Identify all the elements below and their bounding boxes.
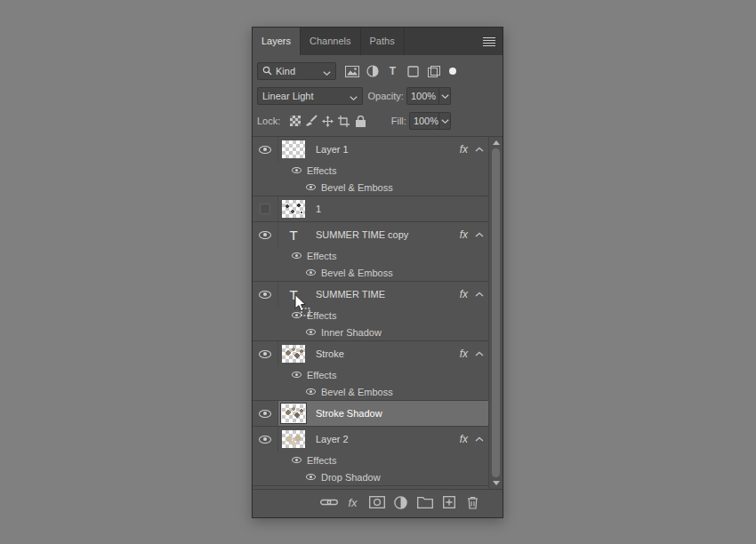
tab-channels[interactable]: Channels	[301, 28, 360, 55]
effect-row[interactable]: Inner Shadow	[253, 324, 488, 340]
filter-smart-objects-icon[interactable]	[423, 63, 444, 79]
effect-row[interactable]: Effects	[253, 307, 488, 324]
new-group-icon[interactable]	[416, 493, 434, 511]
effect-visibility-toggle[interactable]	[292, 312, 302, 318]
panel-tab-bar: Layers Channels Paths	[253, 28, 503, 55]
layer-name[interactable]: Stroke	[316, 348, 460, 359]
delete-layer-icon[interactable]	[464, 493, 482, 511]
layer-row[interactable]: T SUMMER TIME fx	[253, 282, 488, 307]
scrollbar[interactable]	[488, 137, 503, 489]
layer-visibility-empty[interactable]	[260, 204, 270, 214]
chevron-down-icon[interactable]	[438, 88, 450, 104]
effect-visibility-toggle[interactable]	[306, 184, 316, 190]
chevron-down-icon[interactable]	[438, 113, 450, 129]
layer-visibility-toggle[interactable]	[253, 427, 278, 452]
effect-row[interactable]: Drop Shadow	[253, 468, 488, 485]
layer-visibility-toggle[interactable]	[253, 137, 278, 162]
lock-pixels-icon[interactable]	[303, 114, 319, 128]
layer-row[interactable]: 1	[253, 196, 488, 221]
layer-visibility-toggle[interactable]	[253, 282, 278, 307]
blend-mode-dropdown[interactable]: Linear Light	[257, 87, 363, 105]
layer-row[interactable]: T SUMMER TIME copy fx	[253, 222, 488, 247]
lock-row: Lock: Fill: 100%	[253, 111, 503, 131]
fill-dropdown[interactable]: 100%	[409, 112, 451, 130]
layer-row[interactable]: Layer 2 fx	[253, 427, 488, 452]
effect-visibility-toggle[interactable]	[306, 329, 316, 335]
layer-name[interactable]: Layer 2	[316, 434, 460, 444]
layer-thumbnail[interactable]: T	[282, 285, 305, 303]
layer-visibility-toggle[interactable]	[253, 222, 278, 247]
effect-label: Effects	[307, 370, 336, 380]
effect-visibility-toggle[interactable]	[306, 388, 316, 395]
lock-position-icon[interactable]	[319, 114, 335, 128]
effect-row[interactable]: Effects	[253, 162, 488, 179]
effect-row[interactable]: Effects	[253, 452, 488, 468]
layer-thumbnail[interactable]: T	[282, 226, 305, 244]
layer-name[interactable]: Layer 1	[316, 144, 460, 155]
effect-visibility-toggle[interactable]	[306, 474, 316, 480]
scrollbar-track[interactable]	[489, 145, 503, 481]
layer-mask-icon[interactable]	[368, 493, 386, 511]
layer-collapse-chevron[interactable]	[472, 292, 487, 297]
tab-paths[interactable]: Paths	[361, 28, 405, 55]
filter-toggle-icon[interactable]	[449, 68, 456, 75]
filter-kind-dropdown[interactable]: Kind	[257, 62, 336, 80]
layer-fx-badge: fx	[460, 348, 468, 360]
layer-thumbnail[interactable]	[282, 140, 305, 158]
lock-transparency-icon[interactable]	[286, 114, 302, 128]
layer-thumbnail[interactable]	[282, 345, 305, 363]
filter-adjustment-layers-icon[interactable]	[362, 63, 382, 79]
link-layers-icon[interactable]	[320, 493, 338, 511]
effect-label: Bevel & Emboss	[321, 268, 393, 278]
layer-style-icon[interactable]: fx	[344, 493, 362, 511]
filter-type-layers-icon[interactable]: T	[382, 63, 403, 79]
layer-name[interactable]: SUMMER TIME	[316, 289, 460, 300]
effect-row[interactable]: Bevel & Emboss	[253, 264, 488, 281]
layer-row[interactable]: Stroke Shadow	[253, 401, 488, 426]
layer-row[interactable]: Stroke fx	[253, 341, 488, 366]
effect-row[interactable]: Bevel & Emboss	[253, 383, 488, 400]
chevron-down-icon	[350, 88, 358, 104]
effect-row[interactable]: Bevel & Emboss	[253, 179, 488, 196]
effect-row[interactable]: Effects	[253, 247, 488, 264]
scrollbar-thumb[interactable]	[492, 148, 500, 477]
filter-pixel-layers-icon[interactable]	[342, 63, 362, 79]
layer-collapse-chevron[interactable]	[472, 436, 487, 442]
eye-icon	[259, 350, 271, 358]
layer-name[interactable]: 1	[316, 204, 488, 214]
layer-name[interactable]: Stroke Shadow	[316, 408, 488, 419]
lock-artboard-icon[interactable]	[336, 114, 352, 128]
panel-header: Kind T Linear Light	[253, 55, 503, 131]
layer-block: Layer 1 fx Effects Bevel & Emboss	[253, 137, 488, 196]
layer-block: T SUMMER TIME fx Effects Inner Shadow	[253, 282, 488, 341]
filter-shape-layers-icon[interactable]	[403, 63, 423, 79]
effect-visibility-toggle[interactable]	[292, 167, 302, 173]
panel-menu-icon[interactable]	[476, 28, 503, 55]
layer-visibility-toggle[interactable]	[253, 401, 278, 426]
layer-visibility-toggle[interactable]	[253, 341, 278, 366]
filter-kind-value: Kind	[276, 66, 319, 76]
tab-layers[interactable]: Layers	[253, 28, 301, 55]
bottom-toolbar: fx	[253, 489, 503, 517]
layer-visibility-toggle[interactable]	[253, 196, 278, 221]
lock-all-icon[interactable]	[352, 114, 368, 128]
layer-thumbnail[interactable]	[282, 404, 305, 422]
layer-thumbnail[interactable]	[282, 200, 305, 218]
opacity-dropdown[interactable]: 100%	[406, 87, 451, 105]
layer-collapse-chevron[interactable]	[472, 147, 487, 152]
new-layer-icon[interactable]	[440, 493, 458, 511]
layer-block: T SUMMER TIME copy fx Effects Bevel & Em…	[253, 222, 488, 282]
effect-visibility-toggle[interactable]	[292, 372, 302, 378]
layer-name[interactable]: SUMMER TIME copy	[316, 229, 460, 240]
layer-row[interactable]: Layer 1 fx	[253, 137, 488, 162]
adjustment-layer-icon[interactable]	[392, 493, 410, 511]
layer-thumbnail[interactable]	[282, 430, 305, 448]
effect-row[interactable]: Effects	[253, 366, 488, 383]
scroll-down-arrow-icon[interactable]	[493, 481, 500, 485]
effect-visibility-toggle[interactable]	[292, 252, 302, 259]
effect-visibility-toggle[interactable]	[306, 269, 316, 276]
chevron-down-icon	[323, 63, 331, 79]
layer-collapse-chevron[interactable]	[472, 351, 487, 356]
layer-collapse-chevron[interactable]	[472, 232, 487, 237]
effect-visibility-toggle[interactable]	[292, 457, 302, 463]
